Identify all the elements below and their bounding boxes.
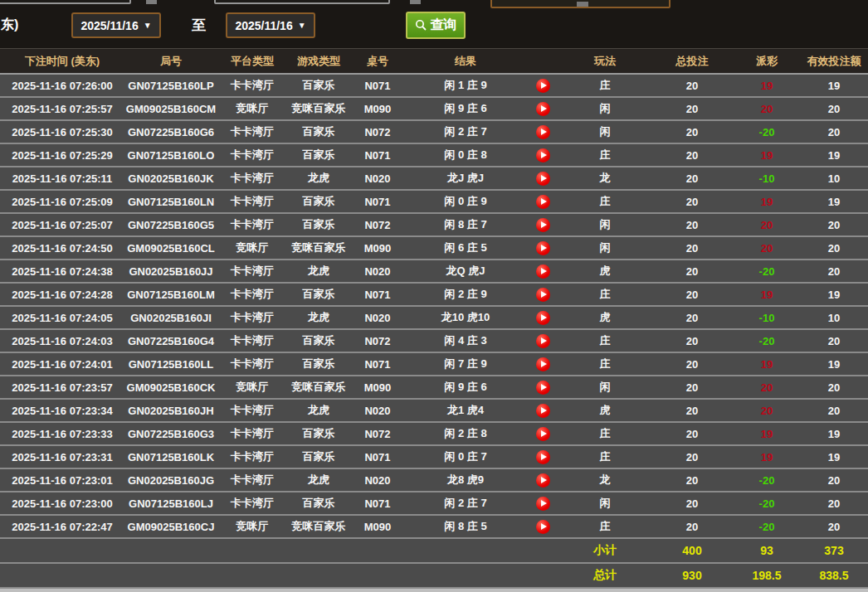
cell-replay [526,381,559,395]
cell-bet-time: 2025-11-16 07:24:28 [0,289,124,301]
header-round-id: 局号 [124,54,217,69]
cell-result: 闲 0 庄 7 [405,449,526,464]
header-result: 结果 [405,54,526,69]
cell-wager-type: 庄 [559,78,651,93]
cutoff-input-middle[interactable] [214,0,390,4]
replay-play-icon[interactable] [536,404,550,418]
cell-result: 闲 4 庄 3 [405,333,526,348]
cell-platform-type: 竞咪厅 [217,101,287,116]
grand-total-label: 总计 [559,568,651,583]
header-bet-time: 下注时间 (美东) [0,54,124,69]
replay-play-icon[interactable] [536,125,550,139]
cell-table-no: N020 [350,312,405,324]
cell-total-bet: 20 [651,196,734,208]
cell-game-type: 百家乐 [287,148,350,163]
cell-total-bet: 20 [651,358,734,371]
table-row: 2025-11-16 07:26:00 GN07125B160LP 卡卡湾厅 百… [0,75,868,98]
cell-payout: -10 [734,172,800,185]
cell-replay [526,404,559,418]
cell-round-id: GM09025B160CJ [124,521,217,533]
search-icon [415,19,427,32]
replay-play-icon[interactable] [536,218,550,232]
cell-table-no: N071 [350,451,405,463]
replay-play-icon[interactable] [536,497,550,511]
cell-round-id: GM09025B160CL [124,242,217,255]
subtotal-payout: 93 [734,544,800,557]
replay-play-icon[interactable] [536,148,550,163]
cell-valid-bet: 20 [800,242,868,255]
cell-wager-type: 庄 [559,287,651,302]
query-toolbar: 东) 2025/11/16 ▼ 至 2025/11/16 ▼ 查询 [0,0,868,48]
cutoff-input-left[interactable] [0,0,131,4]
cell-valid-bet: 19 [800,358,868,371]
cell-total-bet: 20 [651,312,734,324]
cell-wager-type: 闲 [559,240,651,255]
table-row: 2025-11-16 07:24:28 GN07125B160LM 卡卡湾厅 百… [0,284,868,307]
cell-replay [526,241,559,255]
table-row: 2025-11-16 07:24:05 GN02025B160JI 卡卡湾厅 龙… [0,307,868,330]
cell-valid-bet: 19 [800,451,868,463]
cell-wager-type: 庄 [559,519,651,534]
cell-game-type: 百家乐 [287,426,350,441]
cell-game-type: 竞咪百家乐 [287,519,350,534]
replay-play-icon[interactable] [536,195,550,209]
cell-platform-type: 卡卡湾厅 [217,148,287,163]
cell-game-type: 龙虎 [287,264,350,279]
cell-platform-type: 卡卡湾厅 [217,124,287,139]
cell-replay [526,311,559,325]
cell-valid-bet: 20 [800,405,868,417]
replay-play-icon[interactable] [536,102,550,116]
cell-bet-time: 2025-11-16 07:25:09 [0,196,124,208]
cell-bet-time: 2025-11-16 07:24:50 [0,242,124,255]
cell-result: 闲 6 庄 5 [405,240,526,255]
replay-play-icon[interactable] [536,311,550,325]
cell-platform-type: 卡卡湾厅 [217,287,287,302]
cell-round-id: GN07125B160LO [124,149,217,162]
table-row: 2025-11-16 07:24:01 GN07125B160LL 卡卡湾厅 百… [0,353,868,376]
cell-result: 闲 0 庄 8 [405,148,526,163]
query-button[interactable]: 查询 [406,12,466,39]
cell-payout: 20 [734,103,800,115]
date-from-select[interactable]: 2025/11/16 ▼ [71,12,161,38]
cell-table-no: N071 [350,149,405,162]
cutoff-dropdown-right[interactable] [490,0,671,8]
cell-table-no: N072 [350,428,405,440]
cell-platform-type: 竞咪厅 [217,519,287,534]
cell-round-id: GN07225B160G4 [124,335,217,347]
cell-wager-type: 庄 [559,333,651,348]
cell-valid-bet: 20 [800,265,868,278]
cell-table-no: N071 [350,497,405,510]
replay-play-icon[interactable] [536,520,550,534]
cell-platform-type: 卡卡湾厅 [217,78,287,93]
replay-play-icon[interactable] [536,381,550,395]
grand-total-valid-bet: 838.5 [800,569,868,582]
cell-valid-bet: 20 [800,381,868,394]
cell-round-id: GN02025B160JI [124,312,217,324]
timezone-label-fragment: 东) [1,17,18,34]
replay-play-icon[interactable] [536,241,550,255]
replay-play-icon[interactable] [536,450,550,464]
cell-table-no: N072 [350,126,405,138]
cell-payout: 20 [734,381,800,394]
replay-play-icon[interactable] [536,473,550,488]
replay-play-icon[interactable] [536,357,550,371]
cell-round-id: GN07225B160G3 [124,428,217,440]
cell-replay [526,357,559,371]
replay-play-icon[interactable] [536,427,550,441]
cell-wager-type: 庄 [559,449,651,464]
cell-replay [526,218,559,232]
cell-platform-type: 卡卡湾厅 [217,449,287,464]
replay-play-icon[interactable] [536,264,550,279]
date-to-select[interactable]: 2025/11/16 ▼ [226,12,315,38]
replay-play-icon[interactable] [536,334,550,348]
replay-play-icon[interactable] [536,79,550,93]
cell-payout: -20 [734,335,800,347]
cell-payout: -20 [734,474,800,487]
cell-bet-time: 2025-11-16 07:24:03 [0,335,124,347]
replay-play-icon[interactable] [536,288,550,302]
replay-play-icon[interactable] [536,172,550,186]
cell-result: 闲 2 庄 7 [405,496,526,511]
cell-bet-time: 2025-11-16 07:25:29 [0,149,124,162]
grand-total-payout: 198.5 [734,569,800,582]
cell-bet-time: 2025-11-16 07:25:07 [0,219,124,231]
